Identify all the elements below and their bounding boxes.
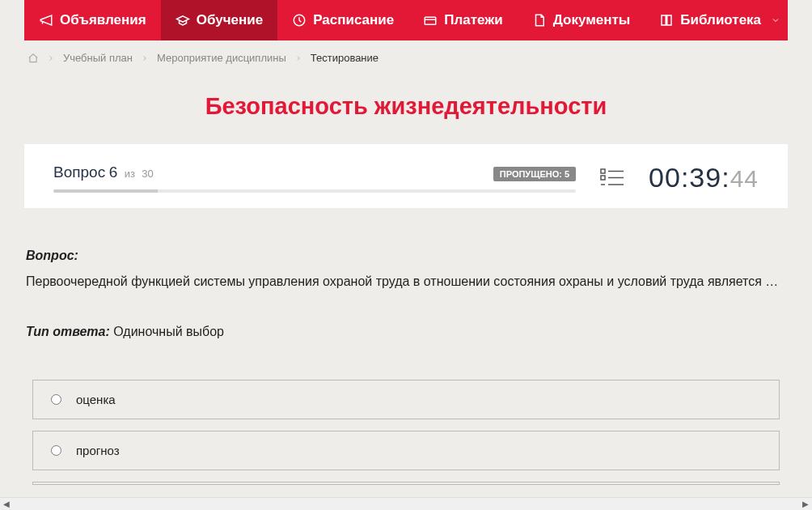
answer-options: оценка прогноз — [26, 380, 786, 485]
answer-option-partial — [32, 482, 780, 485]
question-label: Вопрос: — [26, 249, 786, 263]
progress-bar — [53, 189, 576, 193]
nav-label: Обучение — [197, 12, 263, 28]
nav-learning[interactable]: Обучение — [161, 0, 277, 40]
scroll-track[interactable] — [13, 498, 799, 510]
timer-main: 00:39: — [649, 162, 730, 193]
option-label: прогноз — [76, 444, 120, 457]
question-body: Вопрос: Первоочередной функцией системы … — [24, 208, 788, 485]
breadcrumb-link-plan[interactable]: Учебный план — [63, 52, 133, 64]
horizontal-scrollbar[interactable]: ◀ ▶ — [0, 497, 812, 510]
megaphone-icon — [39, 13, 53, 28]
nav-label: Библиотека — [680, 12, 761, 28]
nav-label: Расписание — [313, 12, 394, 28]
nav-label: Документы — [553, 12, 631, 28]
chevron-right-icon — [294, 54, 302, 62]
nav-library[interactable]: Библиотека — [645, 0, 795, 40]
graduation-icon — [176, 13, 190, 28]
question-total: 30 — [142, 168, 153, 180]
question-status-panel: Вопрос 6 из 30 ПРОПУЩЕНО: 5 — [24, 144, 788, 208]
list-icon — [600, 168, 624, 189]
scroll-right-arrow[interactable]: ▶ — [799, 498, 812, 511]
breadcrumb-current: Тестирование — [311, 52, 379, 64]
radio-input[interactable] — [51, 394, 61, 405]
payment-icon — [423, 13, 438, 28]
svg-rect-1 — [425, 17, 436, 24]
nav-label: Платежи — [444, 12, 503, 28]
timer: 00:39:44 — [649, 162, 759, 193]
svg-rect-2 — [601, 169, 605, 173]
question-list-button[interactable] — [600, 168, 624, 189]
clock-icon — [292, 13, 307, 28]
svg-rect-4 — [601, 176, 605, 180]
chevron-down-icon — [771, 15, 780, 25]
answer-type-label: Тип ответа: — [26, 325, 110, 338]
chevron-right-icon — [47, 54, 55, 62]
nav-documents[interactable]: Документы — [518, 0, 645, 40]
question-word: Вопрос — [53, 164, 105, 181]
answer-option[interactable]: прогноз — [32, 431, 780, 470]
answer-option[interactable]: оценка — [32, 380, 780, 419]
document-icon — [532, 13, 547, 28]
option-label: оценка — [76, 393, 116, 406]
scroll-left-arrow[interactable]: ◀ — [0, 498, 13, 511]
main-navbar: Объявления Обучение Расписание Платежи Д… — [24, 0, 788, 40]
book-icon — [659, 13, 674, 28]
breadcrumb-link-event[interactable]: Мероприятие дисциплины — [157, 52, 286, 64]
nav-payments[interactable]: Платежи — [408, 0, 518, 40]
nav-schedule[interactable]: Расписание — [277, 0, 408, 40]
breadcrumb: Учебный план Мероприятие дисциплины Тест… — [24, 40, 788, 75]
radio-input[interactable] — [51, 445, 61, 456]
nav-label: Объявления — [60, 12, 146, 28]
question-number: 6 — [109, 164, 118, 181]
timer-ms: 44 — [730, 165, 759, 192]
answer-type-value: Одиночный выбор — [113, 325, 224, 338]
skipped-badge: ПРОПУЩЕНО: 5 — [493, 167, 576, 181]
question-text: Первоочередной функцией системы управлен… — [26, 271, 786, 292]
page-title: Безопасность жизнедеятельности — [24, 93, 788, 120]
progress-fill — [53, 189, 158, 193]
chevron-right-icon — [141, 54, 149, 62]
question-total-prefix: из — [125, 168, 135, 180]
home-icon[interactable] — [27, 53, 39, 64]
nav-announcements[interactable]: Объявления — [24, 0, 161, 40]
